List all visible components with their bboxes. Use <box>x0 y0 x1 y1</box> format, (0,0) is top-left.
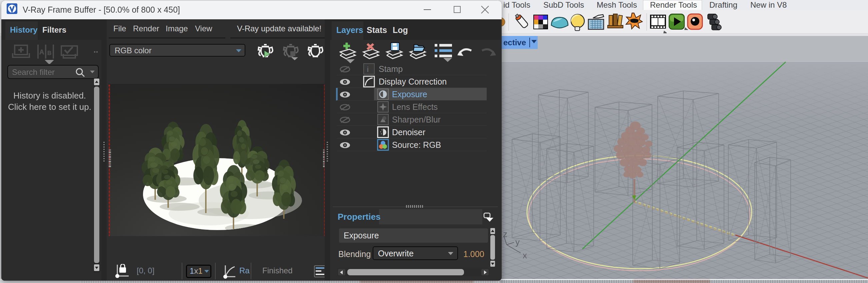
svg-text:y: y <box>515 237 520 247</box>
svg-text:B: B <box>47 50 51 56</box>
svg-text:A: A <box>39 48 44 56</box>
svg-text:i: i <box>367 65 369 74</box>
svg-text:z: z <box>503 229 507 239</box>
svg-text:x: x <box>523 250 527 260</box>
